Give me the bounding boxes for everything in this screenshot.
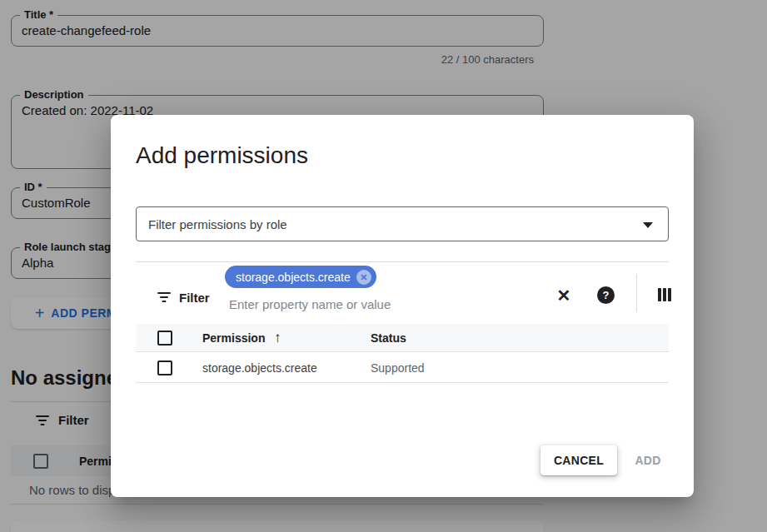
filter-icon [157, 291, 172, 303]
chip-remove-icon[interactable]: ✕ [356, 270, 371, 285]
dialog-title: Add permissions [136, 142, 308, 169]
permissions-table-header: Permission ↑ Status [136, 324, 669, 352]
permissions-filter-toolbar: Filter storage.objects.create ✕ Enter pr… [136, 262, 669, 324]
role-select-value: Filter permissions by role [148, 217, 287, 231]
status-column-header[interactable]: Status [371, 331, 406, 345]
filter-label: Filter [179, 291, 210, 305]
add-permissions-dialog: Add permissions Filter permissions by ro… [111, 115, 694, 497]
sort-ascending-icon[interactable]: ↑ [274, 330, 281, 346]
add-button[interactable]: ADD [625, 445, 670, 475]
filter-chip[interactable]: storage.objects.create ✕ [225, 266, 376, 288]
cancel-button[interactable]: CANCEL [540, 445, 617, 475]
row-checkbox[interactable] [157, 360, 172, 375]
chevron-down-icon [643, 222, 653, 228]
filter-permissions-by-role-select[interactable]: Filter permissions by role [136, 206, 669, 241]
filter-input-placeholder[interactable]: Enter property name or value [229, 297, 391, 311]
toolbar-divider [636, 274, 637, 312]
select-all-checkbox[interactable] [157, 331, 172, 346]
screen: Title * create-changefeed-role 22 / 100 … [0, 0, 767, 532]
filter-chip-label: storage.objects.create [236, 271, 351, 284]
permission-cell: storage.objects.create [202, 361, 317, 375]
table-row[interactable]: storage.objects.create Supported [136, 353, 669, 383]
help-icon[interactable]: ? [597, 286, 615, 304]
permission-column-header[interactable]: Permission [202, 331, 265, 345]
clear-filters-icon[interactable]: ✕ [552, 284, 575, 307]
status-cell: Supported [371, 361, 425, 375]
column-display-icon[interactable] [658, 288, 672, 301]
